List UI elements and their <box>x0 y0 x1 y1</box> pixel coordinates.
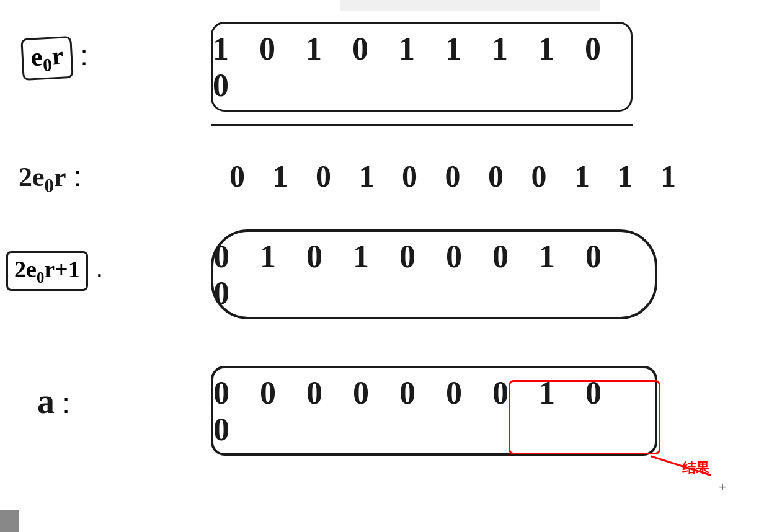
row3-binary-box: 0 1 0 1 0 0 0 1 0 0 <box>211 229 657 319</box>
row1-underline <box>211 124 633 126</box>
row1-binary-text: 1 0 1 0 1 1 1 1 0 0 <box>213 30 631 104</box>
row2-binary-text: 0 1 0 1 0 0 0 0 1 1 1 <box>229 159 686 193</box>
row3-label: 2e0r+1 <box>6 251 88 291</box>
row4-label: a <box>37 382 55 420</box>
row3-label-area: 2e0r+1 . <box>6 251 103 291</box>
row2-binary-area: 0 1 0 1 0 0 0 0 1 1 1 <box>229 158 686 194</box>
row4-label-area: a : <box>37 381 70 421</box>
bottom-bar-decoration <box>0 510 19 532</box>
row2-label-area: 2e0r : <box>19 161 81 197</box>
plus-sign: + <box>719 481 726 495</box>
row1-binary-box: 1 0 1 0 1 1 1 1 0 0 <box>211 22 633 112</box>
row3-colon: . <box>96 252 103 283</box>
row1-label: e0r : <box>22 37 88 79</box>
toolbar-hint <box>340 0 600 11</box>
row2-colon: : <box>74 161 81 192</box>
main-canvas: e0r : 1 0 1 0 1 1 1 1 0 0 2e0r : 0 1 0 1… <box>0 0 782 532</box>
row3-binary-text: 0 1 0 1 0 0 0 1 0 0 <box>213 238 655 311</box>
ear-box-label: e0r <box>20 36 73 81</box>
row2-label: 2e0r <box>19 162 66 192</box>
row4-colon: : <box>62 388 69 419</box>
result-label: 结果 <box>682 459 709 477</box>
row1-colon: : <box>80 40 87 71</box>
result-highlight-box <box>509 380 660 454</box>
